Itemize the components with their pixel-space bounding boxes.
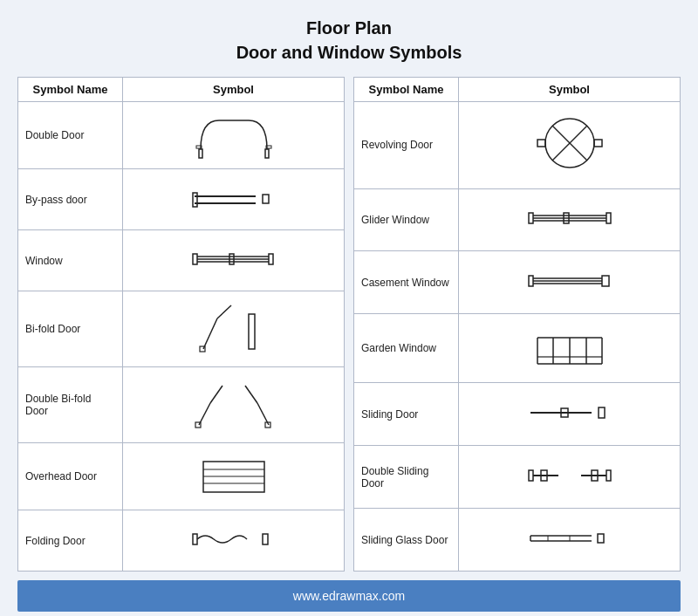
table-row: Window	[18, 230, 345, 291]
svg-line-16	[217, 305, 231, 318]
svg-line-20	[210, 386, 222, 403]
right-col-header-name: Symbol Name	[354, 78, 459, 102]
svg-rect-72	[598, 534, 604, 543]
svg-rect-61	[529, 470, 533, 481]
footer-text: www.edrawmax.com	[293, 589, 405, 603]
table-row: Sliding Glass Door	[354, 509, 681, 572]
table-row: Garden Window	[354, 314, 681, 383]
svg-rect-64	[606, 470, 611, 481]
tables-container: Symbol Name Symbol Double Door	[17, 77, 681, 572]
svg-line-23	[245, 386, 257, 403]
svg-rect-42	[529, 276, 533, 286]
svg-rect-36	[529, 213, 533, 223]
svg-rect-30	[263, 534, 268, 544]
svg-rect-43	[602, 276, 609, 286]
right-table: Symbol Name Symbol Revolving Door	[353, 77, 681, 572]
svg-rect-10	[269, 254, 273, 264]
svg-rect-34	[537, 140, 545, 147]
table-row: Sliding Door	[354, 383, 681, 446]
svg-line-22	[257, 403, 269, 425]
svg-rect-18	[249, 314, 255, 349]
svg-rect-29	[193, 534, 197, 544]
table-row: By-pass door	[18, 169, 345, 230]
svg-rect-1	[265, 149, 269, 158]
left-col-header-name: Symbol Name	[18, 78, 123, 102]
right-col-header-symbol: Symbol	[459, 78, 681, 102]
svg-rect-8	[263, 195, 269, 203]
svg-rect-9	[193, 254, 197, 264]
table-row: Revolving Door	[354, 102, 681, 189]
svg-rect-60	[599, 407, 605, 418]
table-row: Double Door	[18, 102, 345, 169]
footer: www.edrawmax.com	[17, 580, 681, 612]
left-col-header-symbol: Symbol	[123, 78, 345, 102]
table-row: Bi-fold Door	[18, 291, 345, 367]
svg-line-15	[203, 318, 217, 349]
table-row: Double Bi-fold Door	[18, 367, 345, 443]
svg-rect-7	[193, 193, 197, 207]
table-row: Folding Door	[18, 510, 345, 572]
svg-rect-35	[594, 140, 602, 147]
svg-line-19	[199, 403, 210, 425]
page-title: Floor Plan Door and Window Symbols	[236, 16, 462, 65]
table-row: Casement Window	[354, 251, 681, 314]
table-row: Glider Window	[354, 188, 681, 251]
svg-rect-0	[199, 149, 202, 158]
table-row: Overhead Door	[18, 443, 345, 510]
left-table: Symbol Name Symbol Double Door	[17, 77, 345, 572]
svg-rect-37	[606, 213, 611, 223]
table-row: Double Sliding Door	[354, 446, 681, 509]
